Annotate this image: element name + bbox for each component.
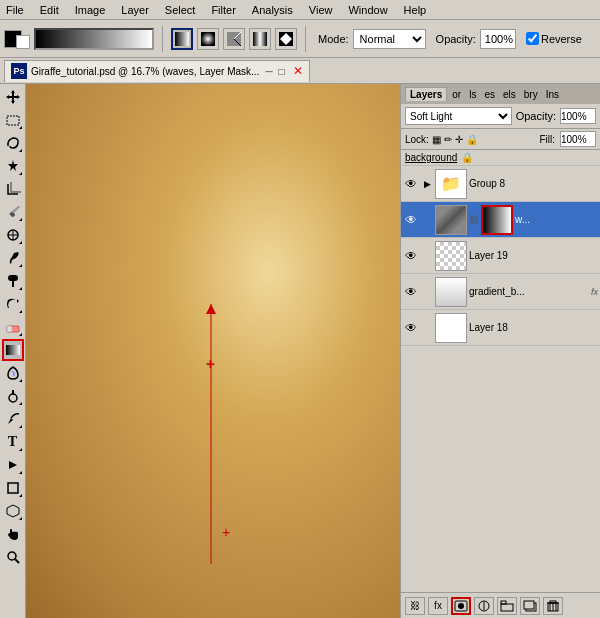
svg-rect-16 (6, 345, 20, 355)
opacity-input[interactable] (480, 29, 516, 49)
layer-item-group8[interactable]: 👁 ▶ 📁 Group 8 (401, 166, 600, 202)
close-btn[interactable]: ✕ (293, 64, 303, 78)
layer-expand-group8[interactable]: ▶ (421, 178, 433, 190)
tool-shape[interactable] (2, 477, 24, 499)
layer-opacity-input[interactable] (560, 108, 596, 124)
menu-file[interactable]: File (4, 4, 26, 16)
layer-item-layer18[interactable]: 👁 Layer 18 (401, 310, 600, 346)
menu-edit[interactable]: Edit (38, 4, 61, 16)
svg-point-17 (9, 394, 17, 402)
delete-layer-btn[interactable] (543, 597, 563, 615)
reverse-checkbox-row[interactable]: Reverse (526, 32, 582, 45)
move-icon: ✛ (206, 359, 214, 370)
lock-all-icon[interactable]: 🔒 (466, 134, 478, 145)
angle-gradient-btn[interactable] (223, 28, 245, 50)
toolbar-separator (162, 26, 163, 52)
tool-gradient[interactable] (2, 339, 24, 361)
tool-move[interactable] (2, 86, 24, 108)
layer-item-gradient-b[interactable]: 👁 gradient_b... fx (401, 274, 600, 310)
tool-history-brush[interactable] (2, 293, 24, 315)
new-adjustment-btn[interactable] (474, 597, 494, 615)
layer-thumb-layer19 (435, 241, 467, 271)
layer-thumb-gradient-b (435, 277, 467, 307)
layers-tab[interactable]: Layers (405, 87, 447, 101)
paths-tab-bry[interactable]: bry (521, 88, 541, 101)
linear-gradient-btn[interactable] (171, 28, 193, 50)
channels-tab[interactable]: or (449, 88, 464, 101)
svg-point-20 (8, 552, 16, 560)
new-group-btn[interactable] (497, 597, 517, 615)
svg-line-21 (15, 559, 19, 563)
menu-image[interactable]: Image (73, 4, 108, 16)
canvas-background (26, 84, 400, 618)
layer-thumb-layer18 (435, 313, 467, 343)
tool-eyedropper[interactable] (2, 201, 24, 223)
layer-eye-group8[interactable]: 👁 (403, 176, 419, 192)
menu-analysis[interactable]: Analysis (250, 4, 295, 16)
tool-path-selection[interactable] (2, 454, 24, 476)
minimize-btn[interactable]: ─ (265, 66, 272, 77)
tool-crop[interactable] (2, 178, 24, 200)
menu-view[interactable]: View (307, 4, 335, 16)
layer-eye-gradient-b[interactable]: 👁 (403, 284, 419, 300)
paths-tab-ins[interactable]: Ins (543, 88, 562, 101)
layer-item-waves[interactable]: 👁 ⛓ w... (401, 202, 600, 238)
tool-3d[interactable] (2, 500, 24, 522)
tool-clone-stamp[interactable] (2, 270, 24, 292)
diamond-gradient-btn[interactable] (275, 28, 297, 50)
fill-label: Fill: (539, 134, 555, 145)
folder-icon: 📁 (441, 174, 461, 193)
new-layer-btn[interactable] (520, 597, 540, 615)
layers-panel: Layers or ls es els bry Ins Soft Light N… (400, 84, 600, 618)
paths-tab-els[interactable]: els (500, 88, 519, 101)
add-mask-btn[interactable] (451, 597, 471, 615)
tool-blur[interactable] (2, 362, 24, 384)
tool-pen[interactable] (2, 408, 24, 430)
tool-marquee[interactable] (2, 109, 24, 131)
svg-point-23 (458, 603, 464, 609)
tool-lasso[interactable] (2, 132, 24, 154)
tool-zoom[interactable] (2, 546, 24, 568)
layer-item-layer19[interactable]: 👁 Layer 19 (401, 238, 600, 274)
layer-eye-waves[interactable]: 👁 (403, 212, 419, 228)
toolbox: T (0, 84, 26, 618)
layer-fx-icon: fx (591, 287, 598, 297)
paths-tab-es[interactable]: es (481, 88, 498, 101)
link-layers-btn[interactable]: ⛓ (405, 597, 425, 615)
gradient-preview[interactable] (34, 28, 154, 50)
tool-magic-wand[interactable] (2, 155, 24, 177)
document-tab[interactable]: Ps Giraffe_tutorial.psd @ 16.7% (waves, … (4, 60, 310, 82)
reflected-gradient-btn[interactable] (249, 28, 271, 50)
blend-mode-select[interactable]: Normal Multiply Screen Overlay Soft Ligh… (353, 29, 426, 49)
tool-text[interactable]: T (2, 431, 24, 453)
lock-position-icon[interactable]: ✛ (455, 134, 463, 145)
tool-hand[interactable] (2, 523, 24, 545)
menu-layer[interactable]: Layer (119, 4, 151, 16)
tool-dodge[interactable] (2, 385, 24, 407)
reverse-checkbox[interactable] (526, 32, 539, 45)
layer-eye-layer18[interactable]: 👁 (403, 320, 419, 336)
opacity-label: Opacity: (436, 33, 476, 45)
maximize-btn[interactable]: □ (279, 66, 285, 77)
add-fx-btn[interactable]: fx (428, 597, 448, 615)
layer-eye-layer19[interactable]: 👁 (403, 248, 419, 264)
reverse-label: Reverse (541, 33, 582, 45)
svg-rect-0 (175, 32, 189, 46)
layer-blend-select[interactable]: Soft Light Normal Multiply Screen Overla… (405, 107, 512, 125)
menu-window[interactable]: Window (346, 4, 389, 16)
lock-brush-icon[interactable]: ✏ (444, 134, 452, 145)
layer-expand-waves (421, 214, 433, 226)
menu-select[interactable]: Select (163, 4, 198, 16)
radial-gradient-btn[interactable] (197, 28, 219, 50)
fill-input[interactable] (560, 131, 596, 147)
paths-tab-ls[interactable]: ls (466, 88, 479, 101)
lock-transparency-icon[interactable]: ▦ (432, 134, 441, 145)
menu-help[interactable]: Help (402, 4, 429, 16)
tool-eraser[interactable] (2, 316, 24, 338)
menu-filter[interactable]: Filter (209, 4, 237, 16)
svg-rect-8 (7, 116, 19, 125)
canvas-area: ✛ + (26, 84, 400, 618)
tool-healing[interactable] (2, 224, 24, 246)
tool-brush[interactable] (2, 247, 24, 269)
menu-bar: File Edit Image Layer Select Filter Anal… (0, 0, 600, 20)
